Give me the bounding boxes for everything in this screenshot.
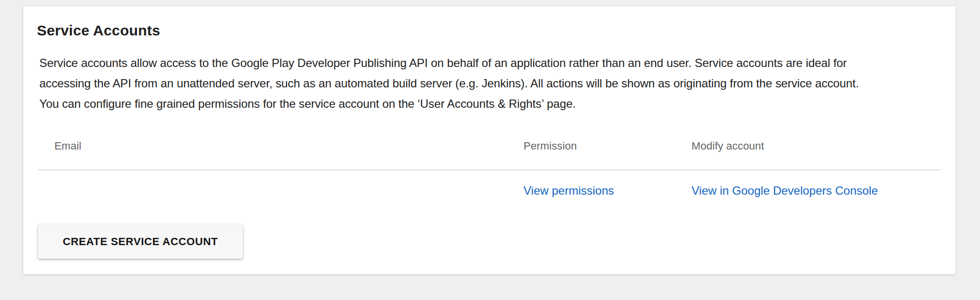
- permission-cell: View permissions: [524, 184, 692, 198]
- column-header-email: Email: [39, 140, 524, 152]
- description-line: Service accounts allow access to the Goo…: [39, 53, 941, 73]
- column-header-modify-account: Modify account: [692, 140, 940, 152]
- service-accounts-description: Service accounts allow access to the Goo…: [39, 53, 941, 114]
- column-header-permission: Permission: [524, 140, 692, 152]
- description-line: accessing the API from an unattended ser…: [39, 73, 941, 94]
- view-permissions-link[interactable]: View permissions: [524, 184, 614, 197]
- service-accounts-card: Service Accounts Service accounts allow …: [23, 6, 956, 274]
- modify-account-cell: View in Google Developers Console: [692, 184, 940, 198]
- create-service-account-button[interactable]: CREATE SERVICE ACCOUNT: [38, 224, 243, 259]
- description-line: You can configure fine grained permissio…: [39, 94, 941, 114]
- table-row: View permissions View in Google Develope…: [39, 180, 940, 201]
- table-header-row: Email Permission Modify account: [39, 136, 940, 156]
- view-in-developers-console-link[interactable]: View in Google Developers Console: [692, 184, 878, 197]
- page-title: Service Accounts: [37, 21, 160, 40]
- table-divider: [38, 169, 941, 170]
- page-background: Service Accounts Service accounts allow …: [0, 0, 980, 300]
